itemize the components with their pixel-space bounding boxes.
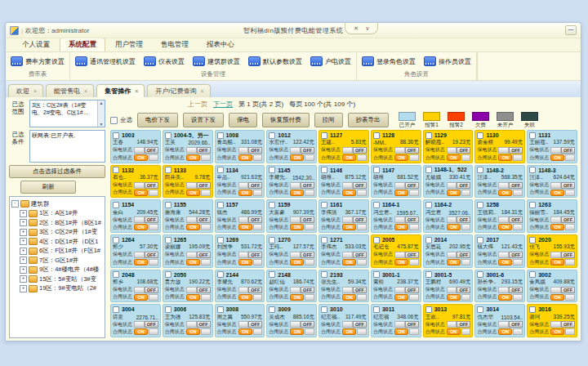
meter-card[interactable]: 1008青岛船..331.08元保电状态OFF合闸状态ON xyxy=(215,130,265,163)
card-checkbox[interactable] xyxy=(373,167,380,173)
supply-status-off-button[interactable]: OFF xyxy=(197,182,211,189)
meter-card[interactable]: 1134申品..921.63元保电状态OFF合闸状态ON xyxy=(215,165,265,199)
meter-card[interactable]: 1269刘国争531.72元保电状态OFF合闸状态ON xyxy=(215,234,265,268)
tab-close-icon[interactable]: × xyxy=(201,88,204,94)
meter-card[interactable]: 3008周之翼550.97元保电状态OFF合闸状态ON xyxy=(215,304,265,337)
supply-status-off-button[interactable]: OFF xyxy=(561,321,575,328)
ribbon-button-操作员设置[interactable]: 操作员设置 xyxy=(424,56,471,66)
supply-status-off-button[interactable]: OFF xyxy=(353,182,367,189)
meter-card[interactable]: 1147胡维681.52元保电状态OFF合闸状态ON xyxy=(371,165,421,199)
supply-status-off-button[interactable]: OFF xyxy=(457,147,470,154)
supply-status-off-button[interactable]: OFF xyxy=(301,252,314,258)
card-checkbox[interactable] xyxy=(425,271,432,278)
tree-expand-icon[interactable]: + xyxy=(20,275,27,283)
card-checkbox[interactable] xyxy=(165,132,172,139)
card-checkbox[interactable] xyxy=(477,306,483,313)
meter-card[interactable]: 2017钱大伟121.43元保电状态OFF合闸状态ON xyxy=(474,234,525,268)
supply-status-off-button[interactable]: OFF xyxy=(509,321,523,328)
breaker-status-on-button[interactable]: ON xyxy=(186,190,200,196)
tree-expand-icon[interactable]: + xyxy=(20,257,27,264)
meter-card[interactable]: 1161李伟清367.17元保电状态OFF合闸状态ON xyxy=(318,199,369,233)
tree-collapse-icon[interactable]: - xyxy=(11,200,19,208)
supply-status-off-button[interactable]: OFF xyxy=(405,216,419,223)
card-checkbox[interactable] xyxy=(165,271,172,278)
supply-status-off-button[interactable]: OFF xyxy=(197,216,211,223)
tree-expand-icon[interactable]: + xyxy=(20,219,27,226)
breaker-status-on-button[interactable]: ON xyxy=(186,154,200,161)
meter-card[interactable]: 1128-MM..88.36元保电状态OFF合闸状态ON xyxy=(371,130,421,163)
meter-card[interactable]: 1270王玮..127.57元保电状态OFF合闸状态ON xyxy=(266,234,317,268)
card-checkbox[interactable] xyxy=(477,132,483,139)
meter-card[interactable]: 3011纪宏福348.06元保电状态OFF合闸状态ON xyxy=(371,304,421,337)
supply-status-off-button[interactable]: OFF xyxy=(509,252,523,258)
supply-status-off-button[interactable]: OFF xyxy=(248,147,262,154)
supply-status-off-button[interactable]: OFF xyxy=(145,216,158,223)
breaker-status-on-button[interactable]: ON xyxy=(550,294,564,301)
tree-expand-icon[interactable]: + xyxy=(20,266,27,274)
next-page-link[interactable]: 下一页 xyxy=(213,100,233,109)
supply-status-off-button[interactable]: OFF xyxy=(197,321,211,328)
breaker-status-on-button[interactable]: ON xyxy=(342,328,356,335)
meter-card[interactable]: 3014仇杰华1103.54..保电状态OFF合闸状态ON xyxy=(474,304,525,337)
meter-card[interactable]: 2048郑乡108.68元保电状态OFF合闸状态ON xyxy=(110,270,161,303)
menu-item-售电管理[interactable]: 售电管理 xyxy=(153,38,197,51)
card-checkbox[interactable] xyxy=(321,167,327,173)
meter-card[interactable]: 1130俞金根99.49元保电状态OFF合闸状态ON xyxy=(474,130,525,163)
supply-status-off-button[interactable]: OFF xyxy=(353,216,367,223)
breaker-status-on-button[interactable]: ON xyxy=(290,224,304,230)
supply-status-off-button[interactable]: OFF xyxy=(145,321,158,328)
tab-close-icon[interactable]: × xyxy=(33,88,37,94)
breaker-status-on-button[interactable]: ON xyxy=(342,224,356,230)
ribbon-button-仪表设置[interactable]: 仪表设置 xyxy=(144,56,185,66)
breaker-status-on-button[interactable]: ON xyxy=(342,190,356,196)
breaker-status-on-button[interactable]: ON xyxy=(394,224,408,230)
breaker-status-on-button[interactable]: ON xyxy=(498,154,512,161)
ribbon-button-通讯管理机设置[interactable]: 通讯管理机设置 xyxy=(75,56,136,66)
card-checkbox[interactable] xyxy=(113,271,119,278)
meter-card[interactable]: 1157钱杰486.99元保电状态OFF合闸状态ON xyxy=(215,199,265,233)
supply-status-off-button[interactable]: OFF xyxy=(457,216,470,223)
ribbon-button-费率方案设置[interactable]: 费率方案设置 xyxy=(11,56,65,66)
meter-card[interactable]: 1133田井美..9.78元保电状态OFF合闸状态ON xyxy=(163,165,213,199)
tree-node[interactable]: +6区：F区1#井（F区1# xyxy=(20,247,105,255)
meter-card[interactable]: 3004诗意2276.71..保电状态OFF合闸状态ON xyxy=(110,304,161,337)
toolbar-button-保电[interactable]: 保电 xyxy=(229,113,257,127)
breaker-status-on-button[interactable]: ON xyxy=(186,294,200,301)
breaker-status-on-button[interactable]: ON xyxy=(550,190,564,196)
select-all[interactable]: 全选 xyxy=(110,116,132,124)
supply-status-off-button[interactable]: OFF xyxy=(301,321,314,328)
breaker-status-on-button[interactable]: ON xyxy=(342,154,356,161)
supply-status-off-button[interactable]: OFF xyxy=(301,182,314,189)
breaker-status-on-button[interactable]: ON xyxy=(186,259,200,266)
card-checkbox[interactable] xyxy=(217,202,224,208)
tree-expand-icon[interactable]: + xyxy=(20,238,27,245)
breaker-status-on-button[interactable]: ON xyxy=(498,294,512,301)
card-checkbox[interactable] xyxy=(477,271,483,278)
card-checkbox[interactable] xyxy=(217,271,224,278)
meter-card[interactable]: 1132石仓..36.37元保电状态OFF合闸状态ON xyxy=(110,165,161,199)
meter-card[interactable]: 2193张先生..59.34元保电状态OFF合闸状态ON xyxy=(318,270,369,303)
supply-status-off-button[interactable]: OFF xyxy=(248,182,262,189)
supply-status-off-button[interactable]: OFF xyxy=(457,182,470,189)
supply-status-off-button[interactable]: OFF xyxy=(301,216,314,223)
card-checkbox[interactable] xyxy=(165,237,172,243)
ribbon-button-户电设置[interactable]: 户电设置 xyxy=(310,56,351,66)
card-checkbox[interactable] xyxy=(321,271,327,278)
card-checkbox[interactable] xyxy=(165,167,172,173)
card-checkbox[interactable] xyxy=(477,237,483,243)
ribbon-button-登录角色设置[interactable]: 登录角色设置 xyxy=(362,56,416,66)
breaker-status-on-button[interactable]: ON xyxy=(134,294,148,301)
scroll-up-icon[interactable]: ▲ xyxy=(100,100,104,105)
breaker-status-on-button[interactable]: ON xyxy=(290,294,304,301)
scroll-down-icon[interactable]: ▼ xyxy=(100,122,104,127)
card-checkbox[interactable] xyxy=(477,167,483,173)
card-checkbox[interactable] xyxy=(529,167,536,173)
close-icon[interactable]: ✕ xyxy=(354,23,359,33)
card-checkbox[interactable] xyxy=(269,202,275,208)
supply-status-off-button[interactable]: OFF xyxy=(457,321,470,328)
supply-status-off-button[interactable]: OFF xyxy=(353,147,367,154)
card-checkbox[interactable] xyxy=(321,237,327,243)
meter-card[interactable]: 1004-5、另一王英2029.66..保电状态OFF合闸状态ON xyxy=(163,130,213,163)
breaker-status-on-button[interactable]: ON xyxy=(134,224,148,230)
breaker-status-on-button[interactable]: ON xyxy=(238,259,252,266)
